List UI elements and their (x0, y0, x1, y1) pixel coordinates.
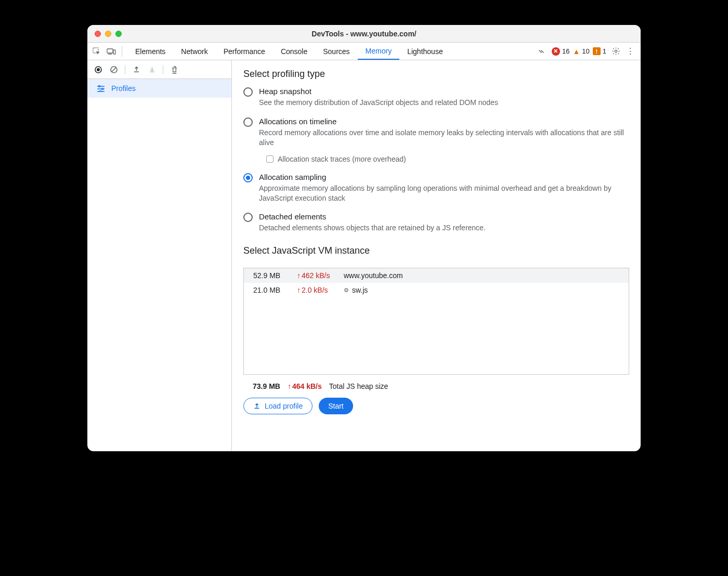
sidebar-item-profiles[interactable]: Profiles (87, 79, 231, 98)
kebab-menu-icon[interactable]: ⋮ (625, 46, 635, 56)
import-icon[interactable] (145, 63, 159, 76)
collect-garbage-icon[interactable] (167, 63, 181, 76)
arrow-up-icon: ↑ (297, 286, 301, 294)
profiling-heading: Select profiling type (243, 69, 629, 80)
error-counter[interactable]: ✕ 16 (552, 47, 569, 56)
profiling-option-alloc-sampling[interactable]: Allocation sampling Approximate memory a… (243, 173, 629, 203)
radio-detached[interactable] (243, 213, 253, 222)
profiling-option-heap-snapshot[interactable]: Heap snapshot See the memory distributio… (243, 87, 629, 108)
upload-icon (253, 402, 261, 410)
total-rate: 464 kB/s (292, 382, 322, 390)
issues-count: 1 (603, 47, 606, 55)
tab-elements[interactable]: Elements (127, 43, 173, 60)
arrow-up-icon: ↑ (288, 382, 291, 390)
arrow-up-icon: ↑ (297, 271, 301, 280)
svg-point-12 (102, 88, 103, 90)
svg-line-8 (112, 68, 116, 72)
vm-name: sw.js (352, 286, 368, 294)
issues-icon: ! (593, 47, 601, 55)
vm-size: 21.0 MB (253, 286, 297, 294)
tab-network[interactable]: Network (173, 43, 215, 60)
titlebar: DevTools - www.youtube.com/ (87, 25, 641, 43)
sidebar-toolbar (87, 60, 231, 79)
worker-gear-icon: ⚙ (344, 287, 349, 294)
vm-heading: Select JavaScript VM instance (243, 245, 629, 256)
window-title: DevTools - www.youtube.com/ (87, 30, 641, 38)
option-title: Detached elements (259, 212, 629, 221)
profiling-option-alloc-timeline[interactable]: Allocations on timeline Record memory al… (243, 117, 629, 163)
profiles-label: Profiles (111, 84, 136, 93)
option-title: Allocations on timeline (259, 117, 629, 126)
option-desc: Record memory allocations over time and … (259, 128, 629, 148)
vm-rate: 2.0 kB/s (302, 286, 328, 294)
export-icon[interactable] (129, 63, 143, 76)
devtools-tabbar: ElementsNetworkPerformanceConsoleSources… (87, 43, 641, 60)
alloc-stack-traces-checkbox[interactable]: Allocation stack traces (more overhead) (266, 155, 629, 163)
record-button-icon[interactable] (92, 63, 105, 76)
tab-console[interactable]: Console (273, 43, 315, 60)
svg-point-6 (97, 68, 100, 71)
vm-instance-list: 52.9 MB ↑462 kB/s www.youtube.com 21.0 M… (243, 268, 629, 375)
start-button[interactable]: Start (319, 398, 353, 414)
tab-lighthouse[interactable]: Lighthouse (399, 43, 451, 60)
total-size: 73.9 MB (253, 382, 280, 390)
sliders-icon (97, 85, 105, 92)
vm-instance-row[interactable]: 52.9 MB ↑462 kB/s www.youtube.com (244, 268, 629, 283)
devtools-window: DevTools - www.youtube.com/ ElementsNetw… (87, 25, 641, 451)
radio-heap-snapshot[interactable] (243, 87, 253, 97)
tab-sources[interactable]: Sources (315, 43, 357, 60)
memory-panel: Select profiling type Heap snapshot See … (232, 60, 641, 451)
device-toggle-icon[interactable] (104, 48, 119, 55)
svg-point-4 (615, 50, 617, 52)
load-profile-button[interactable]: Load profile (243, 398, 313, 414)
tab-memory[interactable]: Memory (358, 43, 400, 60)
warning-counter[interactable]: ▲ 10 (573, 47, 589, 56)
issues-counter[interactable]: ! 1 (593, 47, 606, 55)
clear-button-icon[interactable] (107, 63, 121, 76)
option-desc: See the memory distribution of JavaScrip… (259, 98, 629, 108)
option-title: Allocation sampling (259, 173, 629, 181)
svg-point-14 (100, 91, 101, 93)
radio-alloc-timeline[interactable] (243, 117, 253, 127)
radio-alloc-sampling[interactable] (243, 173, 253, 182)
option-desc: Approximate memory allocations by sampli… (259, 184, 629, 203)
option-title: Heap snapshot (259, 87, 629, 96)
error-icon: ✕ (552, 47, 560, 56)
more-tabs-chevron-icon[interactable] (534, 48, 549, 55)
tab-performance[interactable]: Performance (216, 43, 273, 60)
vm-rate: 462 kB/s (302, 271, 330, 280)
checkbox-icon[interactable] (266, 155, 274, 163)
settings-gear-icon[interactable] (609, 47, 622, 56)
svg-point-10 (99, 86, 100, 87)
vm-size: 52.9 MB (253, 271, 297, 280)
inspect-element-icon[interactable] (89, 47, 104, 56)
total-label: Total JS heap size (329, 382, 388, 390)
heap-total-row: 73.9 MB ↑464 kB/s Total JS heap size (253, 382, 629, 390)
svg-rect-1 (107, 49, 113, 53)
error-count: 16 (562, 47, 569, 55)
vm-instance-row[interactable]: 21.0 MB ↑2.0 kB/s ⚙ sw.js (244, 283, 629, 297)
profiling-option-detached[interactable]: Detached elements Detached elements show… (243, 212, 629, 233)
warning-icon: ▲ (573, 47, 580, 56)
profiles-sidebar: Profiles (87, 60, 232, 451)
vm-name: www.youtube.com (344, 271, 403, 280)
svg-rect-3 (113, 50, 115, 54)
option-desc: Detached elements shows objects that are… (259, 223, 629, 233)
warning-count: 10 (582, 47, 589, 55)
